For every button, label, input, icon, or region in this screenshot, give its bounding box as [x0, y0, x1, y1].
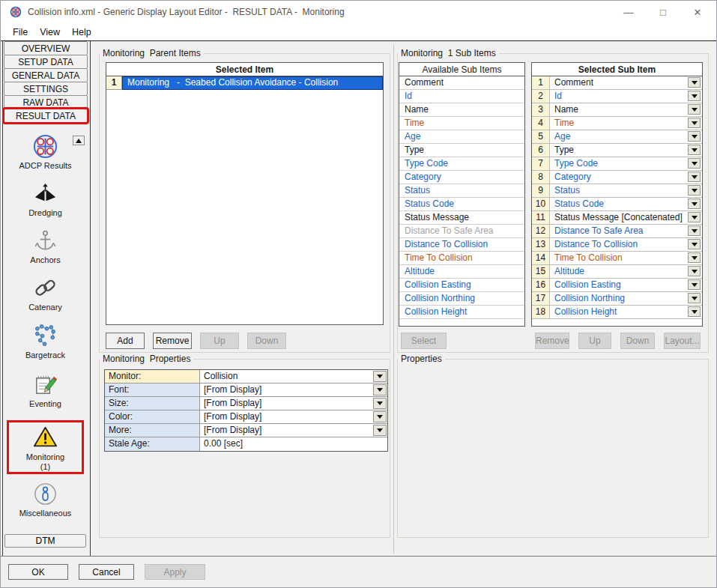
nav-overview[interactable]: OVERVIEW — [4, 41, 88, 55]
sidebar-item-bargetrack[interactable]: Bargetrack — [3, 323, 88, 360]
nav-setup-data[interactable]: SETUP DATA — [4, 55, 88, 69]
available-sub-item[interactable]: Type Code — [399, 157, 524, 171]
dropdown-arrow-button[interactable] — [373, 398, 387, 409]
selected-sub-item-row[interactable]: 9 Status — [532, 184, 702, 198]
dropdown-arrow-button[interactable] — [688, 225, 701, 236]
available-sub-item[interactable]: Collision Height — [399, 306, 524, 319]
selected-sub-item-row[interactable]: 16 Collision Easting — [532, 279, 702, 292]
selected-sub-item-row[interactable]: 4 Time — [532, 117, 702, 130]
available-sub-item[interactable]: Collision Easting — [399, 279, 524, 292]
selected-sub-item-row[interactable]: 18 Collision Height — [532, 306, 702, 319]
dropdown-arrow-button[interactable] — [688, 252, 701, 263]
dropdown-arrow-button[interactable] — [688, 172, 701, 182]
property-value[interactable]: [From Display] — [200, 410, 373, 423]
remove-sub-button[interactable]: Remove — [535, 333, 569, 349]
selected-sub-item-row[interactable]: 6 Type — [532, 144, 702, 157]
sidebar-item-anchors[interactable]: Anchors — [3, 228, 88, 264]
down-sub-button[interactable]: Down — [620, 333, 655, 349]
dropdown-arrow-button[interactable] — [373, 384, 387, 395]
sidebar-item-dredging[interactable]: Dredging — [3, 181, 88, 217]
view-menu[interactable]: View — [34, 25, 66, 39]
sidebar-item-catenary[interactable]: Catenary — [3, 275, 88, 312]
close-button[interactable]: ✕ — [680, 1, 715, 23]
available-sub-item[interactable]: Status Code — [399, 198, 524, 211]
selected-sub-item-row[interactable]: 2 Id — [532, 90, 702, 103]
nav-settings[interactable]: SETTINGS — [4, 82, 88, 96]
remove-button[interactable]: Remove — [153, 333, 192, 349]
nav-raw-data[interactable]: RAW DATA — [4, 95, 88, 109]
available-sub-item[interactable]: Altitude — [399, 265, 524, 279]
nav-general-data[interactable]: GENERAL DATA — [4, 68, 88, 82]
available-sub-item[interactable]: Id — [399, 90, 524, 103]
available-sub-item[interactable]: Comment — [399, 76, 524, 90]
available-sub-item[interactable]: Distance To Safe Area — [399, 225, 524, 238]
dropdown-arrow-button[interactable] — [688, 91, 701, 101]
selected-sub-item-row[interactable]: 12 Distance To Safe Area — [532, 225, 702, 238]
dropdown-arrow-button[interactable] — [688, 293, 701, 303]
available-sub-item[interactable]: Age — [399, 130, 524, 144]
dropdown-arrow-button[interactable] — [688, 77, 701, 88]
up-button[interactable]: Up — [200, 333, 239, 349]
dropdown-arrow-button[interactable] — [688, 279, 701, 290]
property-value[interactable]: 0.00 [sec] — [200, 437, 387, 451]
up-sub-button[interactable]: Up — [578, 333, 611, 349]
selected-sub-item-row[interactable]: 3 Name — [532, 103, 702, 117]
sidebar-item-adcp-results[interactable]: ADCP Results — [3, 133, 88, 170]
dropdown-arrow-button[interactable] — [688, 158, 701, 169]
dtm-button[interactable]: DTM — [4, 534, 86, 548]
dropdown-arrow-button[interactable] — [688, 104, 701, 115]
dropdown-arrow-button[interactable] — [688, 118, 701, 128]
parent-item-row[interactable]: 1 Monitoring - Seabed Collision Avoidanc… — [106, 76, 383, 90]
available-sub-item[interactable]: Category — [399, 171, 524, 184]
maximize-button[interactable]: □ — [646, 1, 680, 23]
dropdown-arrow-button[interactable] — [688, 145, 701, 155]
selected-sub-item-row[interactable]: 13 Distance To Collision — [532, 238, 702, 252]
dropdown-arrow-button[interactable] — [373, 411, 387, 422]
property-value[interactable]: [From Display] — [200, 384, 373, 396]
property-value[interactable]: [From Display] — [200, 424, 373, 437]
available-sub-item[interactable]: Time — [399, 117, 524, 130]
dropdown-arrow-button[interactable] — [688, 185, 701, 196]
minimize-button[interactable]: — — [611, 1, 646, 23]
dropdown-arrow-button[interactable] — [688, 212, 701, 222]
sidebar-item-miscellaneous[interactable]: Miscellaneous — [3, 481, 88, 518]
available-sub-item[interactable]: Status Message — [399, 211, 524, 225]
selected-sub-item-row[interactable]: 15 Altitude — [532, 265, 702, 279]
dropdown-arrow-button[interactable] — [688, 306, 701, 317]
dropdown-arrow-button[interactable] — [373, 425, 387, 436]
dropdown-arrow-button[interactable] — [688, 239, 701, 249]
nav-result-data[interactable]: RESULT DATA — [4, 109, 88, 123]
selected-sub-item-row[interactable]: 7 Type Code — [532, 157, 702, 171]
property-value[interactable]: Collision — [200, 370, 373, 383]
available-sub-item[interactable]: Name — [399, 103, 524, 117]
sidebar-item-eventing[interactable]: Eventing — [3, 372, 88, 408]
selected-sub-item-row[interactable]: 8 Category — [532, 171, 702, 184]
file-menu[interactable]: File — [7, 25, 34, 39]
available-sub-item[interactable]: Collision Northing — [399, 292, 524, 306]
add-button[interactable]: Add — [106, 333, 145, 349]
property-value[interactable]: [From Display] — [200, 397, 373, 410]
dropdown-arrow-button[interactable] — [688, 266, 701, 276]
selected-sub-item-row[interactable]: 1 Comment — [532, 76, 702, 90]
ok-button[interactable]: OK — [8, 564, 68, 580]
available-sub-item[interactable]: Time To Collision — [399, 252, 524, 265]
available-sub-item[interactable]: Type — [399, 144, 524, 157]
help-menu[interactable]: Help — [66, 25, 97, 39]
selected-sub-item-row[interactable]: 5 Age — [532, 130, 702, 144]
dropdown-arrow-button[interactable] — [373, 371, 387, 382]
selected-sub-item-row[interactable]: 11 Status Message [Concatenated] — [532, 211, 702, 225]
layout-button[interactable]: Layout... — [664, 333, 701, 349]
dropdown-arrow-button[interactable] — [688, 131, 701, 142]
cancel-button[interactable]: Cancel — [79, 564, 134, 580]
selected-sub-item-row[interactable]: 10 Status Code — [532, 198, 702, 211]
selected-sub-item-row[interactable]: 17 Collision Northing — [532, 292, 702, 306]
apply-button[interactable]: Apply — [145, 564, 205, 580]
down-button[interactable]: Down — [247, 333, 286, 349]
available-sub-item[interactable]: Distance To Collision — [399, 238, 524, 252]
available-sub-item[interactable]: Status — [399, 184, 524, 198]
select-button[interactable]: Select — [401, 333, 447, 349]
selected-parent-item[interactable]: Monitoring - Seabed Collision Avoidance … — [122, 76, 383, 90]
sidebar-item-monitoring[interactable]: Monitoring (1) — [7, 420, 84, 474]
dropdown-arrow-button[interactable] — [688, 198, 701, 209]
selected-sub-item-row[interactable]: 14 Time To Collision — [532, 252, 702, 265]
